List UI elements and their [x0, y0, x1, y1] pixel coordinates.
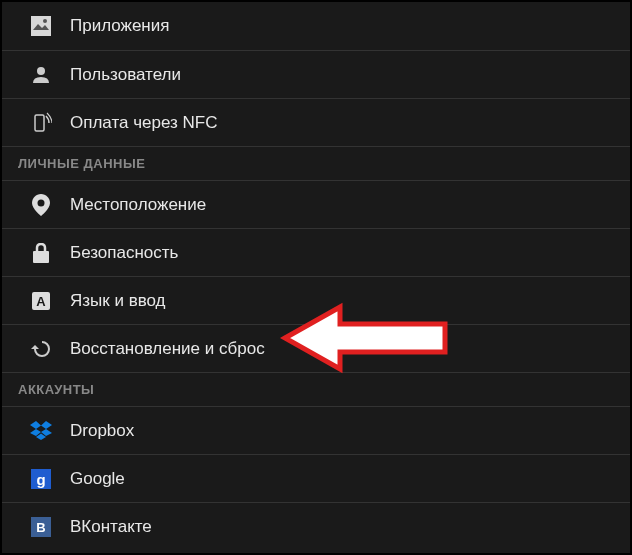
settings-item-location[interactable]: Местоположение [2, 180, 630, 228]
svg-rect-5 [33, 251, 49, 263]
svg-text:A: A [36, 294, 46, 309]
settings-item-users[interactable]: Пользователи [2, 50, 630, 98]
svg-text:g: g [36, 471, 45, 488]
settings-item-security[interactable]: Безопасность [2, 228, 630, 276]
settings-item-label: Язык и ввод [70, 291, 166, 311]
settings-item-language[interactable]: A Язык и ввод [2, 276, 630, 324]
dropbox-icon [30, 420, 52, 442]
settings-item-label: Приложения [70, 16, 169, 36]
svg-point-1 [43, 19, 47, 23]
nfc-icon [30, 112, 52, 134]
settings-item-label: Оплата через NFC [70, 113, 218, 133]
settings-item-label: Местоположение [70, 195, 206, 215]
google-icon: g [30, 468, 52, 490]
settings-item-label: Google [70, 469, 125, 489]
settings-item-label: Dropbox [70, 421, 134, 441]
section-header-label: ЛИЧНЫЕ ДАННЫЕ [18, 156, 145, 171]
users-icon [30, 64, 52, 86]
settings-item-nfc[interactable]: Оплата через NFC [2, 98, 630, 146]
svg-rect-3 [35, 115, 44, 131]
settings-item-label: Пользователи [70, 65, 181, 85]
location-icon [30, 194, 52, 216]
language-icon: A [30, 290, 52, 312]
settings-item-apps[interactable]: Приложения [2, 2, 630, 50]
svg-rect-0 [31, 16, 51, 36]
settings-item-backup-reset[interactable]: Восстановление и сброс [2, 324, 630, 372]
svg-point-2 [37, 67, 45, 75]
apps-icon [30, 15, 52, 37]
vkontakte-icon: B [30, 516, 52, 538]
settings-list: Приложения Пользователи Оплата через NFC… [2, 2, 630, 550]
settings-item-label: Безопасность [70, 243, 178, 263]
settings-item-label: Восстановление и сброс [70, 339, 265, 359]
backup-reset-icon [30, 338, 52, 360]
section-header-personal: ЛИЧНЫЕ ДАННЫЕ [2, 146, 630, 180]
security-icon [30, 242, 52, 264]
section-header-accounts: АККАУНТЫ [2, 372, 630, 406]
settings-item-google[interactable]: g Google [2, 454, 630, 502]
section-header-label: АККАУНТЫ [18, 382, 94, 397]
svg-point-4 [38, 199, 45, 206]
settings-item-dropbox[interactable]: Dropbox [2, 406, 630, 454]
settings-item-label: ВКонтакте [70, 517, 152, 537]
settings-item-vkontakte[interactable]: B ВКонтакте [2, 502, 630, 550]
svg-text:B: B [36, 520, 45, 535]
